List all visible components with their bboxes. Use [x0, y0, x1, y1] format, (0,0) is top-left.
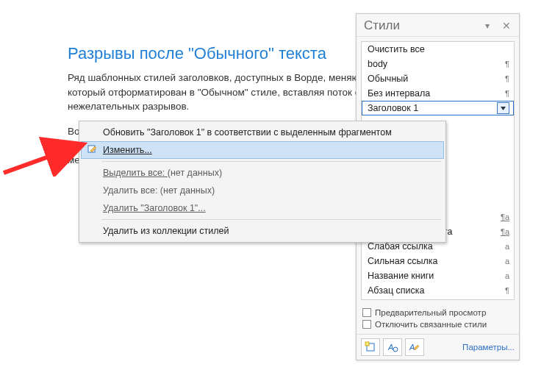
manage-styles-button[interactable]: A	[405, 338, 424, 356]
svg-marker-3	[501, 107, 506, 110]
close-icon[interactable]: ✕	[500, 19, 513, 32]
ctx-update-style[interactable]: Обновить "Заголовок 1" в соответствии с …	[81, 124, 444, 141]
pane-title: Стили	[364, 18, 481, 33]
svg-point-7	[393, 347, 398, 352]
context-menu: Обновить "Заголовок 1" в соответствии с …	[79, 121, 446, 243]
check-preview[interactable]: Предварительный просмотр	[362, 307, 515, 318]
chevron-down-icon	[500, 105, 506, 112]
ctx-remove-from-gallery[interactable]: Удалить из коллекции стилей	[81, 222, 444, 240]
pane-footer: A A Параметры...	[357, 334, 519, 360]
ctx-modify-style[interactable]: Изменить...	[81, 141, 444, 159]
style-list-paragraph[interactable]: Абзац списка ¶	[362, 283, 514, 298]
pane-dropdown-icon[interactable]: ▾	[481, 19, 494, 32]
new-style-icon	[365, 341, 376, 353]
ctx-select-all: Выделить все: (нет данных)	[81, 164, 444, 182]
ctx-separator	[101, 161, 441, 162]
style-intense-ref[interactable]: Сильная ссылка a	[362, 254, 514, 268]
style-body[interactable]: body ¶	[362, 57, 514, 71]
manage-icon: A	[409, 341, 420, 353]
check-disable-linked[interactable]: Отключить связанные стили	[362, 318, 515, 330]
pane-header: Стили ▾ ✕	[357, 14, 519, 37]
checkbox-icon[interactable]	[362, 320, 371, 329]
ctx-delete-style: Удалить "Заголовок 1"...	[81, 199, 444, 217]
style-normal[interactable]: Обычный ¶	[362, 71, 514, 86]
pane-options: Предварительный просмотр Отключить связа…	[357, 304, 519, 334]
style-inspector-button[interactable]: A	[383, 338, 402, 356]
checkbox-icon[interactable]	[362, 308, 371, 317]
modify-icon	[87, 144, 99, 156]
style-book-title[interactable]: Название книги a	[362, 268, 514, 283]
pane-parameters-link[interactable]: Параметры...	[462, 343, 515, 352]
inspector-icon: A	[387, 341, 398, 353]
style-clear-all[interactable]: Очистить все	[362, 42, 514, 57]
style-heading-1[interactable]: Заголовок 1	[362, 101, 514, 115]
ctx-delete-all: Удалить все: (нет данных)	[81, 182, 444, 199]
new-style-button[interactable]	[361, 338, 380, 356]
svg-text:A: A	[409, 343, 415, 352]
style-no-spacing[interactable]: Без интервала ¶	[362, 86, 514, 101]
ctx-separator	[101, 219, 441, 220]
style-dropdown-button[interactable]	[497, 102, 509, 114]
svg-rect-5	[365, 342, 369, 346]
svg-text:A: A	[387, 343, 393, 352]
